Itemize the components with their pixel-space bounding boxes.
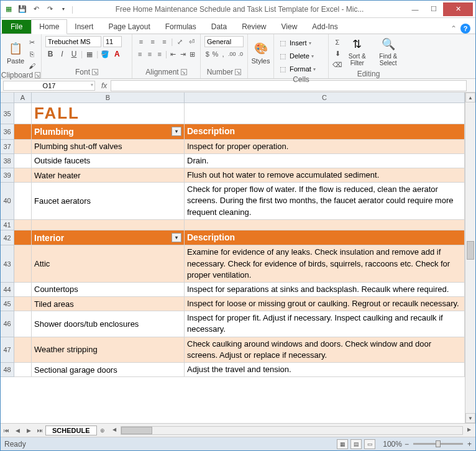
row-header[interactable]: 42 bbox=[1, 230, 14, 246]
cell[interactable]: Plumbing shut-off valves bbox=[32, 140, 185, 154]
cell[interactable] bbox=[14, 103, 32, 124]
cell[interactable]: Drain. bbox=[185, 154, 465, 168]
underline-icon[interactable]: U bbox=[69, 49, 79, 59]
tab-prev-icon[interactable]: ◀ bbox=[12, 427, 23, 434]
page-layout-view-icon[interactable]: ▤ bbox=[350, 439, 362, 449]
styles-button[interactable]: 🎨Styles bbox=[252, 35, 270, 70]
number-dialog-icon[interactable]: ↘ bbox=[235, 69, 241, 75]
scroll-thumb[interactable] bbox=[467, 241, 474, 260]
tab-file[interactable]: File bbox=[2, 20, 31, 34]
cell[interactable] bbox=[14, 220, 32, 230]
cell[interactable]: Shower doors/tub enclosures bbox=[32, 311, 185, 337]
cell[interactable]: Outside faucets bbox=[32, 154, 185, 168]
cell[interactable]: Inspect for separations at sinks and bac… bbox=[185, 283, 465, 297]
align-right-icon[interactable]: ≡ bbox=[155, 49, 163, 59]
close-button[interactable]: ✕ bbox=[443, 2, 473, 16]
cell[interactable] bbox=[14, 183, 32, 220]
maximize-button[interactable]: ☐ bbox=[424, 2, 443, 16]
fill-icon[interactable]: ⬇ bbox=[332, 48, 342, 58]
cell[interactable] bbox=[14, 245, 32, 283]
zoom-in-icon[interactable]: + bbox=[467, 440, 472, 449]
cell[interactable]: Description bbox=[185, 230, 465, 246]
find-select-button[interactable]: 🔍Find & Select bbox=[372, 35, 405, 68]
percent-icon[interactable]: % bbox=[213, 49, 219, 59]
wrap-text-icon[interactable]: ⏎ bbox=[186, 37, 196, 47]
format-painter-icon[interactable]: 🖌 bbox=[27, 61, 37, 71]
tab-last-icon[interactable]: ⏭ bbox=[34, 427, 45, 434]
row-header[interactable]: 36 bbox=[1, 124, 14, 140]
autosum-icon[interactable]: Σ bbox=[332, 37, 342, 47]
clear-icon[interactable]: ⌫ bbox=[332, 60, 342, 70]
increase-decimal-icon[interactable]: .00 bbox=[228, 49, 236, 59]
cell[interactable] bbox=[14, 337, 32, 363]
select-all-corner[interactable] bbox=[1, 93, 14, 103]
row-header[interactable]: 48 bbox=[1, 363, 14, 377]
orientation-icon[interactable]: ⤢ bbox=[175, 37, 185, 47]
row-header[interactable]: 40 bbox=[1, 183, 14, 220]
align-middle-icon[interactable]: ≡ bbox=[148, 37, 158, 47]
paste-button[interactable]: 📋Paste bbox=[4, 35, 27, 70]
filter-dropdown-icon[interactable]: ▾ bbox=[172, 127, 181, 136]
clipboard-dialog-icon[interactable]: ↘ bbox=[35, 72, 40, 78]
cell[interactable] bbox=[14, 230, 32, 246]
minimize-ribbon-icon[interactable]: ⌃ bbox=[451, 24, 457, 33]
row-header[interactable]: 35 bbox=[1, 103, 14, 124]
zoom-slider[interactable] bbox=[413, 443, 463, 445]
delete-button[interactable]: Delete bbox=[290, 52, 309, 60]
fill-color-icon[interactable]: 🪣 bbox=[100, 49, 110, 59]
tab-next-icon[interactable]: ▶ bbox=[23, 427, 34, 434]
redo-icon[interactable]: ↷ bbox=[44, 4, 55, 15]
row-header[interactable]: 38 bbox=[1, 154, 14, 168]
cell[interactable]: Description bbox=[185, 124, 465, 140]
cell[interactable]: Inspect for proper operation. bbox=[185, 140, 465, 154]
zoom-level[interactable]: 100% bbox=[383, 440, 402, 449]
col-header-b[interactable]: B bbox=[32, 93, 185, 103]
name-box[interactable]: O17 bbox=[3, 81, 95, 91]
fx-label[interactable]: fx bbox=[98, 81, 111, 90]
horizontal-scrollbar[interactable]: ◀▶ bbox=[121, 426, 463, 435]
cell[interactable]: Adjust the travel and tension. bbox=[185, 363, 465, 377]
cell[interactable] bbox=[14, 311, 32, 337]
decrease-indent-icon[interactable]: ⇤ bbox=[169, 49, 177, 59]
cell[interactable] bbox=[185, 103, 465, 124]
page-break-view-icon[interactable]: ▭ bbox=[364, 439, 375, 449]
tab-home[interactable]: Home bbox=[31, 19, 67, 34]
italic-icon[interactable]: I bbox=[57, 49, 67, 59]
cell[interactable]: Water heater bbox=[32, 168, 185, 183]
cell[interactable] bbox=[14, 154, 32, 168]
col-header-c[interactable]: C bbox=[185, 93, 465, 103]
cell[interactable]: Flush out hot water to remove accumulate… bbox=[185, 168, 465, 183]
cell[interactable]: Tiled areas bbox=[32, 297, 185, 311]
vertical-scrollbar[interactable]: ▲ ▼ bbox=[465, 93, 475, 423]
font-color-icon[interactable]: A bbox=[112, 49, 122, 59]
cell[interactable]: Check for proper flow of water. If the f… bbox=[185, 183, 465, 220]
cell[interactable] bbox=[14, 168, 32, 183]
help-icon[interactable]: ? bbox=[460, 24, 470, 34]
align-top-icon[interactable]: ≡ bbox=[136, 37, 146, 47]
cell[interactable]: FALL bbox=[32, 103, 185, 124]
font-dialog-icon[interactable]: ↘ bbox=[92, 69, 98, 75]
comma-icon[interactable]: , bbox=[220, 49, 226, 59]
insert-button[interactable]: Insert bbox=[290, 39, 307, 47]
merge-icon[interactable]: ⊞ bbox=[188, 49, 196, 59]
cell[interactable] bbox=[185, 220, 465, 230]
row-header[interactable]: 41 bbox=[1, 220, 14, 230]
currency-icon[interactable]: $ bbox=[204, 49, 211, 59]
increase-indent-icon[interactable]: ⇥ bbox=[179, 49, 187, 59]
copy-icon[interactable]: ⎘ bbox=[27, 49, 37, 59]
row-header[interactable]: 44 bbox=[1, 283, 14, 297]
scroll-up-icon[interactable]: ▲ bbox=[465, 93, 475, 102]
row-header[interactable]: 43 bbox=[1, 245, 14, 283]
format-button[interactable]: Format bbox=[290, 65, 311, 73]
cell[interactable] bbox=[14, 283, 32, 297]
tab-pagelayout[interactable]: Page Layout bbox=[101, 20, 157, 34]
border-icon[interactable]: ▦ bbox=[85, 49, 94, 59]
minimize-button[interactable]: — bbox=[406, 2, 424, 16]
grid-body[interactable]: 35FALL36Plumbing▾Description37Plumbing s… bbox=[1, 103, 465, 377]
align-left-icon[interactable]: ≡ bbox=[136, 49, 144, 59]
cell[interactable] bbox=[32, 220, 185, 230]
new-sheet-icon[interactable]: ⊕ bbox=[97, 427, 108, 434]
row-header[interactable]: 45 bbox=[1, 297, 14, 311]
tab-formulas[interactable]: Formulas bbox=[158, 20, 204, 34]
cell[interactable]: Attic bbox=[32, 245, 185, 283]
